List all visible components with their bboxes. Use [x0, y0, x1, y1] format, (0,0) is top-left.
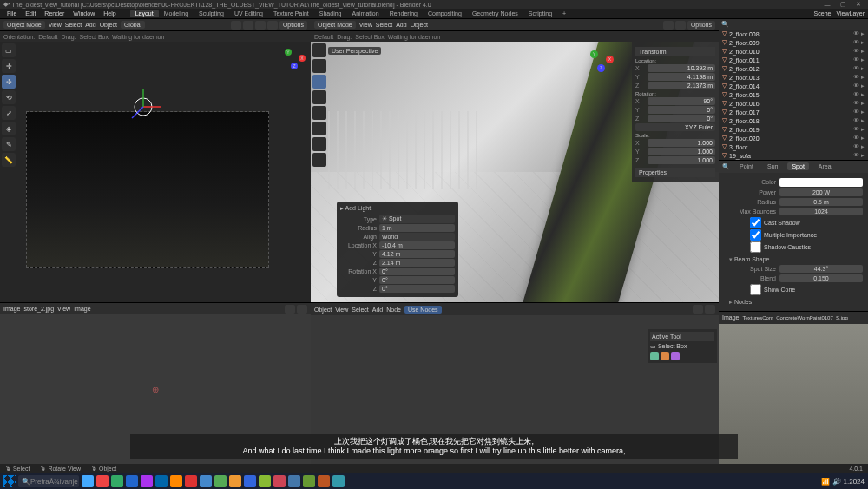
ws-tab-layout[interactable]: Layout [130, 10, 159, 17]
eye-icon[interactable]: 👁 [853, 100, 859, 107]
eye-icon[interactable]: 👁 [853, 91, 859, 98]
cast-shadow-checkbox[interactable] [750, 217, 761, 228]
ws-tab-scripting[interactable]: Scripting [523, 10, 557, 17]
blend-field[interactable]: 0.150 [779, 274, 863, 282]
eye-icon[interactable]: 👁 [853, 39, 859, 46]
eye-icon[interactable]: 👁 [853, 126, 859, 133]
show-cone-checkbox[interactable] [750, 284, 761, 295]
menu-edit[interactable]: Edit [22, 10, 39, 17]
mid-transform-tool[interactable] [312, 122, 326, 135]
select-tool[interactable]: ▭ [2, 43, 16, 57]
transform-orientation[interactable]: Global [121, 21, 145, 29]
task-app14[interactable] [273, 475, 286, 487]
eye-icon[interactable]: 👁 [853, 117, 859, 124]
scale-x-field[interactable]: 1.000 [648, 139, 715, 147]
rotate-tool[interactable]: ⟲ [2, 90, 16, 104]
task-app5[interactable] [141, 475, 153, 487]
transform-section-header[interactable]: Transform [635, 47, 715, 56]
outliner-item[interactable]: ▽2_floor.012👁▸ [719, 64, 868, 73]
restrict-icon[interactable]: ▸ [861, 117, 865, 124]
viewlayer-dropdown[interactable]: ViewLayer [836, 10, 865, 17]
eye-icon[interactable]: 👁 [853, 48, 859, 55]
radius-field[interactable]: 1 m [379, 224, 455, 232]
vp-menu-view[interactable]: View [49, 22, 62, 28]
task-app8[interactable] [185, 475, 197, 487]
ws-tab-add[interactable]: + [557, 10, 571, 17]
popup-locz-field[interactable]: 2.14 m [379, 259, 455, 267]
shader-pin-button[interactable] [693, 305, 703, 314]
power-field[interactable]: 200 W [779, 188, 863, 196]
rot-mode-dropdown[interactable]: XYZ Euler [635, 123, 715, 131]
multi-importance-checkbox[interactable] [750, 229, 761, 241]
eye-icon[interactable]: 👁 [853, 135, 859, 142]
taskbar-search[interactable]: 🔍 PretraÅ¾ivanje [18, 475, 79, 487]
mid-move-tool[interactable] [312, 75, 326, 89]
img-display-button[interactable] [285, 305, 295, 314]
vp-menu-select[interactable]: Select [65, 22, 82, 28]
outliner-item[interactable]: ▽2_floor.017👁▸ [719, 108, 868, 116]
ws-tab-geometry[interactable]: Geometry Nodes [467, 10, 523, 17]
restrict-icon[interactable]: ▸ [861, 109, 865, 116]
ws-tab-rendering[interactable]: Rendering [385, 10, 423, 17]
spot-size-field[interactable]: 44.3° [779, 265, 863, 273]
scale-z-field[interactable]: 1.000 [648, 156, 715, 164]
menu-file[interactable]: File [3, 10, 20, 17]
scale-tool[interactable]: ⤢ [2, 106, 16, 120]
minimize-button[interactable]: — [821, 1, 833, 8]
shading-material-button[interactable] [255, 21, 266, 30]
outliner-item[interactable]: ▽2_floor.019👁▸ [719, 125, 868, 134]
viewport-left[interactable]: ▭ ✛ ✢ ⟲ ⤢ ◈ ✎ 📏 X Y Z [0, 42, 311, 302]
shading-solid-button[interactable] [243, 21, 253, 30]
use-nodes-toggle[interactable]: Use Nodes [404, 306, 442, 314]
task-app4[interactable] [126, 475, 138, 487]
restrict-icon[interactable]: ▸ [861, 83, 865, 89]
loc-x-field[interactable]: -10.392 m [648, 64, 715, 72]
mid-default[interactable]: Default [314, 34, 333, 40]
ws-tab-animation[interactable]: Animation [347, 10, 385, 17]
shading-rendered-button[interactable] [267, 21, 278, 30]
transform-tool[interactable]: ◈ [2, 122, 16, 135]
task-app10[interactable] [214, 475, 227, 487]
popup-locy-field[interactable]: 4.12 m [379, 250, 455, 258]
prop-radius-field[interactable]: 0.5 m [779, 198, 863, 206]
mid-cursor-tool[interactable] [312, 59, 326, 73]
popup-title[interactable]: ▸ Add Light [340, 205, 455, 212]
task-app16[interactable] [303, 475, 315, 487]
tab-point[interactable]: Point [735, 162, 758, 170]
options-dropdown[interactable]: Options [279, 21, 307, 30]
mid-menu-object[interactable]: Object [411, 22, 428, 28]
mid-select-tool[interactable] [312, 43, 326, 57]
properties-section-header[interactable]: Properties [635, 168, 715, 177]
system-tray[interactable]: 📶 🔊 1.2024 [821, 478, 865, 486]
outliner-item[interactable]: ▽2_floor.014👁▸ [719, 82, 868, 90]
shader-object-dropdown[interactable]: Object [314, 307, 332, 313]
scale-y-field[interactable]: 1.000 [648, 148, 715, 155]
tab-area[interactable]: Area [814, 162, 836, 170]
ws-tab-texture[interactable]: Texture Paint [268, 10, 314, 17]
popup-roty-field[interactable]: 0° [379, 276, 455, 284]
restrict-icon[interactable]: ▸ [861, 126, 865, 133]
task-chrome[interactable] [96, 475, 108, 487]
restrict-icon[interactable]: ▸ [861, 100, 865, 107]
restrict-icon[interactable]: ▸ [861, 74, 865, 81]
outliner-item[interactable]: ▽2_floor.009👁▸ [719, 38, 868, 47]
align-dropdown[interactable]: World [379, 233, 455, 241]
eye-icon[interactable]: 👁 [853, 56, 859, 63]
menu-window[interactable]: Window [69, 10, 98, 17]
shader-view[interactable]: View [335, 307, 348, 313]
loc-z-field[interactable]: 2.1373 m [648, 82, 715, 89]
outliner-item[interactable]: ▽19_sofa👁▸ [719, 151, 868, 160]
active-tool-header[interactable]: Active Tool [650, 332, 714, 341]
eye-icon[interactable]: 👁 [853, 143, 859, 150]
ws-tab-modeling[interactable]: Modeling [159, 10, 194, 17]
start-button[interactable] [3, 475, 16, 487]
restrict-icon[interactable]: ▸ [861, 30, 865, 37]
bounces-field[interactable]: 1024 [779, 208, 863, 215]
tab-spot[interactable]: Spot [787, 162, 808, 170]
task-app3[interactable] [111, 475, 123, 487]
light-color-field[interactable] [779, 178, 863, 187]
outliner-item[interactable]: ▽3_floor👁▸ [719, 142, 868, 151]
color-swatch-1[interactable] [650, 352, 659, 360]
task-app9[interactable] [200, 475, 212, 487]
shader-add[interactable]: Add [372, 307, 383, 313]
